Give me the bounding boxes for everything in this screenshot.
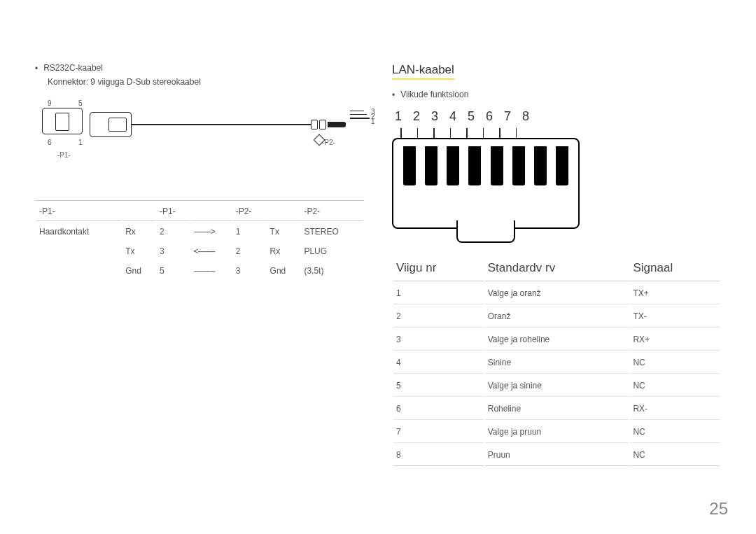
- rj45-pin-number: 4: [449, 109, 456, 124]
- pin-cell: -------->: [191, 223, 232, 241]
- rj45-pin-number: 3: [431, 109, 438, 124]
- rs232-connector-desc: Konnektor: 9 viiguga D-Sub stereokaabel: [48, 77, 364, 87]
- lan-cell: Valge ja pruun: [485, 421, 629, 443]
- pin-cell: 5: [157, 262, 190, 280]
- lan-cell: RX+: [630, 329, 720, 351]
- pin-header-2: -P1-: [157, 202, 190, 221]
- table-row: Tx3<--------2RxPLUG: [36, 242, 363, 260]
- pin-cell: 1: [233, 223, 266, 241]
- lan-cell: TX-: [630, 306, 720, 328]
- lan-cell: NC: [630, 375, 720, 397]
- lan-cell: Valge ja oranž: [485, 283, 629, 304]
- db9-pin1-label: 1: [78, 139, 83, 146]
- table-row: HaardkontaktRx2-------->1TxSTEREO: [36, 223, 363, 241]
- lan-cell: 8: [393, 444, 484, 466]
- table-row: 6RohelineRX-: [393, 398, 720, 420]
- lan-bullet-label: Viikude funktsioon: [400, 90, 468, 99]
- pin-cell: Tx: [122, 242, 155, 260]
- cable-line-icon: [132, 124, 311, 125]
- rj45-pin-number: 7: [504, 109, 511, 124]
- rs232-label: RS232C-kaabel: [43, 63, 103, 73]
- pin-header-0: -P1-: [36, 202, 121, 221]
- pin-cell: [36, 262, 121, 280]
- left-column: • RS232C-kaabel Konnektor: 9 viiguga D-S…: [35, 63, 364, 468]
- rs232-diagram: 9 5 6 1 -P1- -P2- 3 2 1: [35, 104, 364, 188]
- pin-cell: Rx: [122, 223, 155, 241]
- lan-cell: Valge ja sinine: [485, 375, 629, 397]
- right-column: LAN-kaabel • Viikude funktsioon 12345678…: [392, 63, 721, 468]
- lan-cell: Sinine: [485, 352, 629, 374]
- plug-leads-icon: 3 2 1: [350, 111, 370, 122]
- pin-cell: Haardkontakt: [36, 223, 121, 241]
- table-row: 4SinineNC: [393, 352, 720, 374]
- pin-cell: Gnd: [122, 262, 155, 280]
- pin-cell: 3: [233, 262, 266, 280]
- lan-cell: Pruun: [485, 444, 629, 466]
- table-row: 3Valge ja rohelineRX+: [393, 329, 720, 351]
- lan-header-row: Viigu nr Standardv rv Signaal: [393, 255, 720, 281]
- rj45-pin-number: 6: [486, 109, 493, 124]
- p2-label: -P2-: [322, 139, 335, 146]
- lan-cell: 2: [393, 306, 484, 328]
- table-row: 7Valge ja pruunNC: [393, 421, 720, 443]
- lan-cell: NC: [630, 444, 720, 466]
- lan-bullet: • Viikude funktsioon: [392, 90, 721, 101]
- pin-cell: 3: [157, 242, 190, 260]
- lan-cell: 5: [393, 375, 484, 397]
- lan-pinout-table: Viigu nr Standardv rv Signaal 1Valge ja …: [392, 254, 721, 468]
- lan-header-1: Standardv rv: [485, 255, 629, 281]
- pin-cell: STEREO: [301, 223, 363, 241]
- pin-table-header-row: -P1- -P1- -P2- -P2-: [36, 202, 363, 221]
- rj45-diagram: 12345678: [392, 109, 721, 229]
- rs232-bullet: • RS232C-kaabel: [35, 63, 364, 74]
- pin-header-1: [122, 202, 155, 221]
- pin-cell: Rx: [267, 242, 300, 260]
- page-number: 25: [709, 499, 728, 519]
- lan-cell: 1: [393, 283, 484, 304]
- db9-pin9-label: 9: [48, 99, 52, 107]
- pin-cell: ----------: [191, 262, 232, 280]
- rj45-pin-number: 8: [522, 109, 529, 124]
- db9-pin5-label: 5: [78, 99, 83, 107]
- pin-cell: [36, 242, 121, 260]
- lan-header-2: Signaal: [630, 255, 720, 281]
- lan-cell: 3: [393, 329, 484, 351]
- table-row: 8PruunNC: [393, 444, 720, 466]
- table-row: 5Valge ja sinineNC: [393, 375, 720, 397]
- rj45-pin-number: 2: [413, 109, 420, 124]
- bullet-icon: •: [392, 90, 395, 101]
- bullet-icon: •: [35, 63, 38, 74]
- pin-cell: (3,5t): [301, 262, 363, 280]
- pin-header-5: [267, 202, 300, 221]
- lan-cell: Oranž: [485, 306, 629, 328]
- lan-cell: TX+: [630, 283, 720, 304]
- pin-cell: 2: [233, 242, 266, 260]
- table-row: 2OranžTX-: [393, 306, 720, 328]
- table-row: Gnd5----------3Gnd(3,5t): [36, 262, 363, 280]
- db9-connector-icon: 9 5 6 1 -P1-: [42, 108, 83, 146]
- lan-cell: NC: [630, 352, 720, 374]
- db9-pin6-label: 6: [48, 139, 52, 146]
- pin-header-6: -P2-: [301, 202, 363, 221]
- lead-num-1: 1: [371, 118, 375, 125]
- rj45-pin-numbers: 12345678: [395, 109, 721, 124]
- stereo-body-icon: [90, 112, 132, 137]
- pin-cell: <--------: [191, 242, 232, 260]
- pin-cell: Gnd: [267, 262, 300, 280]
- p1-label: -P1-: [57, 151, 71, 159]
- lan-cell: 4: [393, 352, 484, 374]
- pin-header-4: -P2-: [233, 202, 266, 221]
- table-row: 1Valge ja oranžTX+: [393, 283, 720, 304]
- rj45-connector-icon: [392, 138, 580, 229]
- pin-cell: 2: [157, 223, 190, 241]
- rj45-pin-number: 5: [468, 109, 475, 124]
- pin-cell: PLUG: [301, 242, 363, 260]
- lan-cell: Roheline: [485, 398, 629, 420]
- pin-header-3: [191, 202, 232, 221]
- lan-cell: Valge ja roheline: [485, 329, 629, 351]
- pin-cell: Tx: [267, 223, 300, 241]
- lan-cell: NC: [630, 421, 720, 443]
- rs232-pin-table: -P1- -P1- -P2- -P2- HaardkontaktRx2-----…: [35, 200, 364, 281]
- rj45-pin-number: 1: [395, 109, 402, 124]
- lan-title: LAN-kaabel: [392, 63, 454, 80]
